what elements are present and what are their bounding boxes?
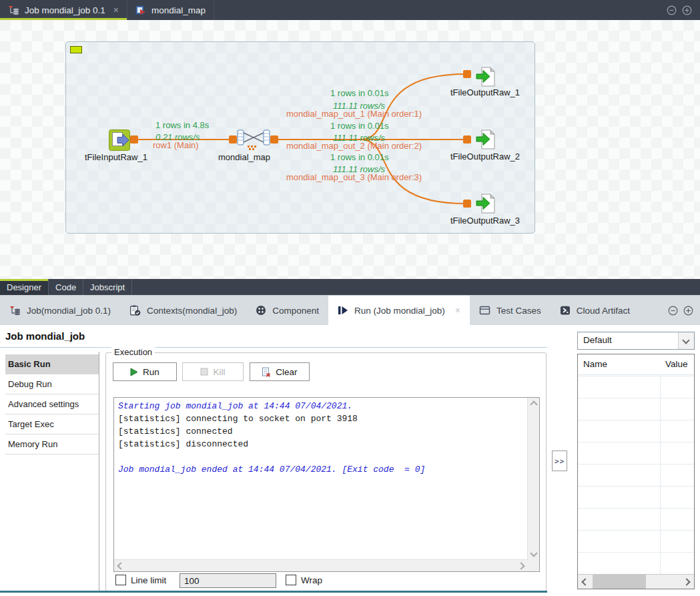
tab-label: Contexts(mondial_job) [147, 306, 237, 316]
connection-wires [66, 42, 535, 233]
tfileoutputraw-icon [476, 193, 497, 214]
maximize-panel-icon[interactable] [683, 306, 693, 316]
designer-workspace: tFileInputRaw_1 [0, 20, 700, 279]
tab-job[interactable]: Job(mondial_job 0.1) [0, 296, 120, 325]
tfileoutputraw-icon [476, 66, 497, 87]
scrollbar-corner [528, 560, 539, 571]
editor-tab-map[interactable]: mondial_map [127, 0, 214, 20]
editor-tab-label: Job mondial_job 0.1 [25, 5, 105, 15]
title-divider [0, 347, 547, 348]
row-name[interactable]: row1 (Main) [153, 140, 199, 150]
tab-designer[interactable]: Designer [0, 279, 49, 295]
component-icon [256, 305, 266, 316]
editor-tab-job[interactable]: Job mondial_job 0.1 × [0, 0, 127, 20]
job-branch-icon [9, 306, 21, 316]
context-variables-table[interactable]: Name Value [577, 354, 695, 589]
scroll-left-icon[interactable] [581, 578, 589, 585]
close-icon[interactable]: × [455, 305, 460, 316]
context-select[interactable]: Default [577, 332, 695, 350]
dropdown-button[interactable] [678, 332, 694, 349]
tab-jobscript[interactable]: Jobscript [83, 279, 132, 295]
run-icon [338, 305, 348, 316]
tab-cloud-artifact[interactable]: Cloud Artifact [551, 296, 639, 325]
console-line: [statistics] disconnected [118, 438, 524, 451]
panel-focus-accent [0, 591, 547, 593]
talend-studio-window: Job mondial_job 0.1 × mondial_map [0, 0, 700, 596]
run-view-panel: Job mondial_job Basic Run Debug Run Adva… [0, 325, 700, 596]
minimize-view-icon[interactable] [667, 5, 677, 15]
tab-contexts[interactable]: Contexts(mondial_job) [120, 296, 246, 325]
tab-label: Job(mondial_job 0.1) [27, 306, 111, 316]
component-label[interactable]: tFileOutputRaw_1 [450, 87, 520, 97]
sidebar-item-basic-run[interactable]: Basic Run [5, 354, 99, 374]
table-horizontal-scrollbar[interactable] [578, 574, 694, 589]
tab-test-cases[interactable]: Test Cases [470, 296, 551, 325]
scroll-right-icon[interactable] [683, 578, 690, 585]
wrap-label: Wrap [301, 575, 322, 585]
job-design-canvas[interactable]: tFileInputRaw_1 [65, 41, 535, 234]
wrap-checkbox[interactable] [286, 575, 296, 585]
page-title: Job mondial_job [5, 330, 85, 342]
execution-legend: Execution [111, 347, 155, 357]
component-label[interactable]: mondial_map [218, 152, 270, 162]
row-stats: 1 rows in 0.01s [330, 152, 388, 162]
scroll-up-icon[interactable] [530, 400, 537, 408]
run-button[interactable]: Run [113, 362, 177, 381]
tab-run[interactable]: Run (Job mondial_job) × [328, 296, 470, 325]
console-line: [statistics] connecting to socket on por… [118, 412, 524, 425]
row-name[interactable]: mondial_map_out_1 (Main order:1) [286, 109, 422, 119]
minimize-panel-icon[interactable] [668, 306, 678, 316]
bottom-panel-tabbar: Job(mondial_job 0.1) Contexts(mondial_jo… [0, 296, 700, 325]
sidebar-item-target-exec[interactable]: Target Exec [5, 414, 99, 434]
tab-component[interactable]: Component [246, 296, 328, 325]
row-name[interactable]: mondial_map_out_2 (Main order:2) [286, 141, 422, 151]
tfileinputraw-node[interactable] [109, 129, 130, 151]
scroll-down-icon[interactable] [530, 549, 537, 557]
maximize-view-icon[interactable] [682, 5, 692, 15]
tmap-icon [237, 128, 270, 151]
sidebar-item-debug-run[interactable]: Debug Run [5, 374, 99, 394]
map-editor-icon [135, 5, 146, 15]
expand-context-panel-button[interactable]: >> [552, 451, 567, 471]
panel-view-controls [668, 296, 700, 325]
tfileoutputraw-node-1[interactable] [476, 66, 497, 87]
close-icon[interactable]: × [113, 5, 119, 15]
component-label[interactable]: tFileOutputRaw_3 [450, 216, 520, 226]
tab-label: Cloud Artifact [577, 306, 630, 316]
line-limit-checkbox[interactable] [115, 575, 126, 585]
component-label[interactable]: tFileInputRaw_1 [85, 152, 147, 162]
chevron-down-icon [682, 336, 689, 344]
console-line: [statistics] connected [118, 425, 524, 438]
editor-tab-label: mondial_map [151, 5, 206, 15]
clear-button[interactable]: Clear [250, 362, 310, 381]
tfileoutputraw-node-3[interactable] [476, 193, 497, 214]
console-horizontal-scrollbar[interactable] [114, 559, 528, 571]
wrap-control: Wrap [286, 575, 322, 585]
sidebar-item-advanced-settings[interactable]: Advanced settings [5, 394, 99, 414]
tab-label: Run (Job mondial_job) [354, 306, 445, 316]
scroll-right-icon[interactable] [517, 562, 524, 569]
kill-button[interactable]: Kill [182, 362, 244, 381]
console-vertical-scrollbar[interactable] [527, 398, 539, 560]
row-stats: 1 rows in 4.8s [155, 120, 209, 130]
scroll-left-icon[interactable] [117, 562, 124, 569]
tab-label: Test Cases [496, 306, 541, 316]
execution-console[interactable]: Starting job mondial_job at 14:44 07/04/… [113, 397, 540, 572]
column-divider [660, 354, 661, 575]
play-icon [130, 368, 138, 376]
row-name[interactable]: mondial_map_out_3 (Main order:3) [286, 172, 422, 182]
tfileoutputraw-node-2[interactable] [476, 129, 497, 150]
sidebar-item-memory-run[interactable]: Memory Run [5, 434, 99, 455]
console-line [118, 451, 524, 463]
tab-code[interactable]: Code [49, 279, 83, 295]
tmap-node[interactable] [237, 128, 270, 151]
line-limit-control: Line limit [115, 575, 166, 585]
clear-button-label: Clear [276, 367, 297, 377]
scrollbar-thumb[interactable] [593, 575, 646, 589]
line-limit-input[interactable] [180, 573, 276, 588]
designer-view-tabs: Designer Code Jobscript [0, 279, 700, 296]
component-label[interactable]: tFileOutputRaw_2 [450, 152, 520, 162]
run-button-label: Run [143, 367, 159, 377]
row-stats: 1 rows in 0.01s [330, 121, 388, 131]
console-output: Starting job mondial_job at 14:44 07/04/… [114, 398, 528, 560]
